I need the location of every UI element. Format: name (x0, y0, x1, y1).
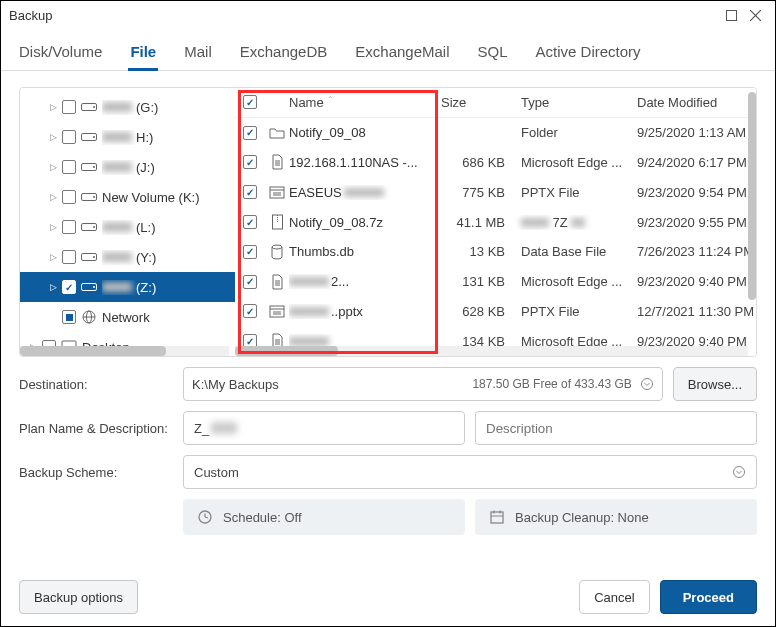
expander-icon[interactable]: ▷ (50, 132, 58, 142)
close-button[interactable] (743, 3, 767, 27)
backup-options-button[interactable]: Backup options (19, 580, 138, 614)
tab-active-directory[interactable]: Active Directory (536, 37, 641, 70)
cleanup-status[interactable]: Backup Cleanup: None (475, 499, 757, 535)
cancel-button[interactable]: Cancel (579, 580, 649, 614)
checkbox[interactable] (62, 220, 76, 234)
row-checkbox[interactable] (243, 304, 257, 318)
chevron-down-icon[interactable] (640, 377, 654, 391)
row-checkbox[interactable] (243, 215, 257, 229)
row-checkbox[interactable] (243, 245, 257, 259)
expander-icon[interactable]: ▷ (50, 162, 58, 172)
tree-item[interactable]: ▷H:) (20, 122, 235, 152)
maximize-button[interactable] (719, 3, 743, 27)
expander-icon[interactable]: ▷ (50, 102, 58, 112)
tab-exchangedb[interactable]: ExchangeDB (240, 37, 328, 70)
list-item[interactable]: Notify_09_08Folder9/25/2020 1:13 AM (235, 118, 756, 148)
list-item[interactable]: 2...131 KBMicrosoft Edge ...9/23/2020 9:… (235, 267, 756, 297)
plan-name-input[interactable]: Z_ (183, 411, 465, 445)
drive-icon (80, 161, 98, 173)
tree-item[interactable]: ▷(J:) (20, 152, 235, 182)
svg-rect-0 (726, 10, 736, 20)
plan-row: Plan Name & Description: Z_ (19, 411, 757, 445)
doc-icon (265, 154, 289, 170)
tree-item[interactable]: ▷(Y:) (20, 242, 235, 272)
scheme-value: Custom (194, 465, 239, 480)
backup-window: Backup Disk/VolumeFileMailExchangeDBExch… (0, 0, 776, 627)
list-vertical-scrollbar[interactable] (748, 92, 756, 352)
file-date: 9/24/2020 6:17 PM (631, 155, 756, 170)
svg-point-32 (272, 245, 282, 249)
svg-point-10 (93, 196, 95, 198)
tab-disk-volume[interactable]: Disk/Volume (19, 37, 102, 70)
plan-label: Plan Name & Description: (19, 421, 173, 436)
svg-rect-48 (491, 512, 503, 523)
row-checkbox[interactable] (243, 275, 257, 289)
cleanup-text: Backup Cleanup: None (515, 510, 649, 525)
network-icon (80, 309, 98, 325)
file-name: Notify_09_08.7z (289, 215, 441, 230)
column-size[interactable]: Size (441, 95, 515, 110)
list-item[interactable]: EASEUS775 KBPPTX File9/23/2020 9:54 PM (235, 177, 756, 207)
checkbox[interactable] (62, 100, 76, 114)
checkbox[interactable] (62, 310, 76, 324)
column-name[interactable]: Name ⌃ (289, 95, 441, 110)
tree-item[interactable]: ▷(G:) (20, 92, 235, 122)
file-type: Folder (515, 125, 631, 140)
drive-tree[interactable]: ▷(G:)▷H:)▷(J:)▷New Volume (K:)▷(L:)▷(Y:)… (20, 88, 235, 356)
expander-icon[interactable]: ▷ (50, 282, 58, 292)
list-item[interactable]: Thumbs.db13 KBData Base File7/26/2023 11… (235, 237, 756, 267)
file-size: 775 KB (441, 185, 515, 200)
titlebar: Backup (1, 1, 775, 29)
tab-exchangemail[interactable]: ExchangeMail (355, 37, 449, 70)
column-date[interactable]: Date Modified (631, 95, 756, 110)
file-list[interactable]: Name ⌃SizeTypeDate ModifiedNotify_09_08F… (235, 88, 756, 356)
list-item[interactable]: 192.168.1.110NAS -...686 KBMicrosoft Edg… (235, 148, 756, 178)
expander-icon[interactable]: ▷ (50, 192, 58, 202)
file-type: PPTX File (515, 185, 631, 200)
select-all-checkbox[interactable] (243, 95, 257, 109)
file-type: PPTX File (515, 304, 631, 319)
svg-point-16 (93, 286, 95, 288)
tree-item-label: (J:) (102, 160, 155, 175)
row-checkbox[interactable] (243, 126, 257, 140)
tab-file[interactable]: File (130, 37, 156, 70)
browse-button[interactable]: Browse... (673, 367, 757, 401)
db-icon (265, 244, 289, 260)
destination-input[interactable]: K:\My Backups 187.50 GB Free of 433.43 G… (183, 367, 663, 401)
tab-mail[interactable]: Mail (184, 37, 212, 70)
plan-description-input[interactable] (475, 411, 757, 445)
expander-icon[interactable]: ▷ (50, 252, 58, 262)
tree-item[interactable]: ▷(L:) (20, 212, 235, 242)
scheme-select[interactable]: Custom (183, 455, 757, 489)
destination-label: Destination: (19, 377, 173, 392)
checkbox[interactable] (62, 280, 76, 294)
svg-point-44 (734, 467, 745, 478)
checkbox[interactable] (62, 250, 76, 264)
file-date: 9/23/2020 9:54 PM (631, 185, 756, 200)
tree-item-label: H:) (102, 130, 153, 145)
proceed-button[interactable]: Proceed (660, 580, 757, 614)
tab-sql[interactable]: SQL (478, 37, 508, 70)
row-checkbox[interactable] (243, 155, 257, 169)
tree-item[interactable]: Network (20, 302, 235, 332)
checkbox[interactable] (62, 160, 76, 174)
tree-item-label: Network (102, 310, 150, 325)
file-size: 686 KB (441, 155, 515, 170)
list-item[interactable]: Notify_09_08.7z41.1 MB 7Z 9/23/2020 9:55… (235, 207, 756, 237)
chevron-down-icon (732, 465, 746, 479)
file-name: 192.168.1.110NAS -... (289, 155, 441, 170)
column-type[interactable]: Type (515, 95, 631, 110)
checkbox[interactable] (62, 190, 76, 204)
schedule-status[interactable]: Schedule: Off (183, 499, 465, 535)
list-horizontal-scrollbar[interactable] (235, 346, 748, 356)
row-checkbox[interactable] (243, 185, 257, 199)
checkbox[interactable] (62, 130, 76, 144)
expander-icon[interactable]: ▷ (50, 222, 58, 232)
tree-item[interactable]: ▷New Volume (K:) (20, 182, 235, 212)
svg-point-12 (93, 226, 95, 228)
tree-horizontal-scrollbar[interactable] (20, 346, 229, 356)
svg-line-47 (205, 517, 208, 518)
list-item[interactable]: ..pptx628 KBPPTX File12/7/2021 11:30 PM (235, 296, 756, 326)
file-size: 41.1 MB (441, 215, 515, 230)
tree-item[interactable]: ▷(Z:) (20, 272, 235, 302)
